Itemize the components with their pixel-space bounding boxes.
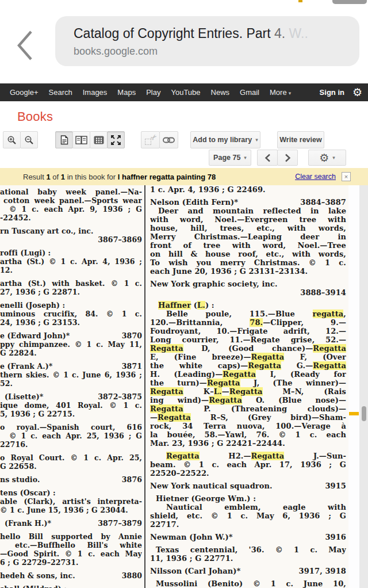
zoom-in-icon <box>7 135 17 145</box>
scan-text-line: 120.—Brittannia, 78.—Clipper, 9.— <box>150 318 346 327</box>
nav-item-play[interactable]: Play <box>141 88 166 97</box>
search-highlight: 78. <box>250 318 263 327</box>
catalog-entry: Texas centennial, '36. © 1 c. May11, 193… <box>150 545 346 563</box>
page-right-margin <box>348 185 359 588</box>
scan-text-line: 1 c. Apr. 4, 1936 ; G 22469. <box>150 185 346 194</box>
nav-item-maps[interactable]: Maps <box>112 88 141 97</box>
clip-region-icon <box>145 139 151 145</box>
page-url: books.google.com <box>74 45 158 58</box>
fullscreen-icon <box>111 135 121 145</box>
scan-text-line: © 1 c. each Apr. 9, 1936 ; G <box>0 205 142 213</box>
nav-item-youtube[interactable]: YouTube <box>166 88 205 97</box>
scan-text-line: 27, 1936 ; G 22871. <box>0 288 142 296</box>
catalog-entry: New York nautical squadron.3915 <box>150 482 346 490</box>
catalog-entry: e (Edward John)*3870ppy chimpanzee. © 1 … <box>0 331 142 357</box>
scan-text-line: the white caps)—Regatta G.—Regatta <box>150 361 346 370</box>
nav-item-images[interactable]: Images <box>78 88 113 97</box>
scan-text-line: —Good Spirit. © 1 c. each May <box>0 549 142 558</box>
scrollbar-thumb[interactable] <box>362 406 366 421</box>
book-page-right-column: 1 c. Apr. 4, 1936 ; G 22469.Nelson (Edit… <box>150 185 346 588</box>
zoom-in-button[interactable] <box>3 131 21 148</box>
browser-header: Catalog of Copyright Entries. Part 4. W.… <box>0 0 368 83</box>
catalog-entry: o Royal Court. © 1 c. Apr. 25,G 22658. <box>0 453 142 471</box>
clear-search-link[interactable]: Clear search <box>295 173 336 181</box>
thumbnail-grid-view-button[interactable] <box>90 131 108 148</box>
fullscreen-button[interactable] <box>107 131 125 148</box>
catalog-entry: hedeh & sons, inc.3880 <box>0 571 142 580</box>
chevron-down-icon: ▾ <box>332 155 335 161</box>
nav-items: Google+SearchImagesMapsPlayYouTubeNewsGm… <box>0 88 264 97</box>
single-page-view-button[interactable] <box>55 131 73 148</box>
gear-icon: ⚙ <box>319 150 329 165</box>
scan-text-line: (Frank H.)*3877–3879 <box>0 519 142 528</box>
page-title-pill[interactable]: Catalog of Copyright Entries. Part 4. W.… <box>55 16 359 66</box>
scan-text-line: Long courrier, 11.—Regate grise, 52.— <box>150 335 346 344</box>
scan-text-line: G 22824. <box>0 349 142 357</box>
nav-item-news[interactable]: News <box>206 88 235 97</box>
scan-text-line: e (Edward John)*3870 <box>0 331 142 340</box>
search-result-text: Result 1 of 1 in this book for l haffner… <box>0 173 216 181</box>
cursor-artifact <box>298 0 302 2</box>
scan-text-line: (Lisette)*3872–3875 <box>0 392 142 401</box>
scrollbar-track[interactable] <box>359 185 368 588</box>
sign-in-button[interactable]: Sign in <box>314 88 350 97</box>
zoom-out-button[interactable] <box>20 131 38 148</box>
scan-text-line: 6 ; G 22729–22731. <box>0 558 142 567</box>
search-highlight: Regatta <box>251 353 285 361</box>
scan-text-line: E, (Fine breeze)—Regatta F, (Over <box>150 353 346 361</box>
scan-text-line: hello Bill supported by Annie <box>0 532 142 541</box>
nav-item-more[interactable]: More▾ <box>264 88 296 97</box>
scan-text-line: 12. <box>0 266 142 274</box>
next-page-button[interactable] <box>277 150 298 166</box>
search-highlight: L. <box>214 387 222 396</box>
close-banner-button[interactable]: × <box>342 172 351 181</box>
write-review-button[interactable]: Write review <box>277 131 324 148</box>
page-selector-dropdown[interactable]: Page 75▾ <box>209 150 251 166</box>
catalog-entry: enelli (Joseph) :uminous crucifix, 84. ©… <box>0 301 142 327</box>
link-button[interactable] <box>159 131 178 148</box>
search-highlight: Regatta <box>229 387 263 396</box>
zoom-out-icon <box>24 135 34 145</box>
nav-item-search[interactable]: Search <box>44 88 78 97</box>
search-highlight: Haffner <box>158 301 191 310</box>
scan-text-line: Hietner (George Wm.) : <box>150 494 346 503</box>
search-highlight: Regatta <box>150 344 183 353</box>
search-highlight: Regatta <box>166 452 200 460</box>
catalog-entry: roffi (Lugi) :artha (St.) © 1 c. Apr. 4,… <box>0 249 142 274</box>
catalog-entry: o royal.—Spanish court, 616© 1 c. each A… <box>0 423 142 449</box>
settings-button[interactable]: ⚙▾ <box>308 150 346 166</box>
scan-text-line: tens (Oscar) : <box>0 488 142 497</box>
catalog-entry: ns studio.3876 <box>0 475 142 484</box>
scan-text-line: Newman (John W.)*3916 <box>150 533 346 541</box>
scan-text-line: New York nautical squadron.3915 <box>150 482 346 490</box>
previous-page-button[interactable] <box>257 150 278 166</box>
scan-text-line: each June 20, 1936 ; G 23131–23134. <box>150 267 346 276</box>
search-highlight: Regatta <box>313 344 346 353</box>
search-highlight: Regatta <box>207 379 240 387</box>
catalog-entry: Newman (John W.)*3916 <box>150 533 346 541</box>
search-result-banner: Result 1 of 1 in this book for l haffner… <box>0 168 368 185</box>
add-to-library-button[interactable]: Add to my library▾ <box>190 131 260 148</box>
catalog-entry: ational baby week panel.—Na-cotton week … <box>0 188 142 222</box>
catalog-entry: artha (St.) with basket. © 1 c.27, 1936 … <box>0 279 142 296</box>
search-highlight: Regatta <box>209 396 242 404</box>
scan-text-line: artha (St.) © 1 c. Apr. 4, 1936 ; <box>0 257 142 266</box>
gear-icon[interactable]: ⚙ <box>350 83 368 101</box>
scan-text-line: —Regatta R–S, (Grey bird)—Sham- <box>150 413 346 422</box>
scan-text-line: © 1 c. June 15, 1936 ; G 23044. <box>0 506 142 514</box>
nav-item-google[interactable]: Google+ <box>5 88 44 97</box>
books-logo[interactable]: Books <box>17 109 53 124</box>
catalog-entry: Nilsson (Carl Johan)*3917, 3918 <box>150 567 346 575</box>
scan-text-line: Regatta D, (Good chance)—Regatta <box>150 344 346 353</box>
nav-item-gmail[interactable]: Gmail <box>235 88 264 97</box>
scan-text-line: ppy chimpanzee. © 1 c. May 11, <box>0 340 142 349</box>
back-button[interactable] <box>13 28 38 64</box>
search-match-marker <box>349 412 359 415</box>
scan-text-line: Nilsson (Carl Johan)*3917, 3918 <box>150 567 346 575</box>
nav-right: Sign in ⚙ <box>314 83 368 101</box>
search-query: l haffner regatta painting 78 <box>118 173 216 181</box>
two-page-view-button[interactable] <box>72 131 90 148</box>
scan-text-line: house, hill, trees, etc., with words, <box>150 224 346 232</box>
clip-button[interactable]: ✂ <box>141 131 160 148</box>
catalog-entry: hello Bill supported by Annieetc.—Buffhe… <box>0 532 142 567</box>
